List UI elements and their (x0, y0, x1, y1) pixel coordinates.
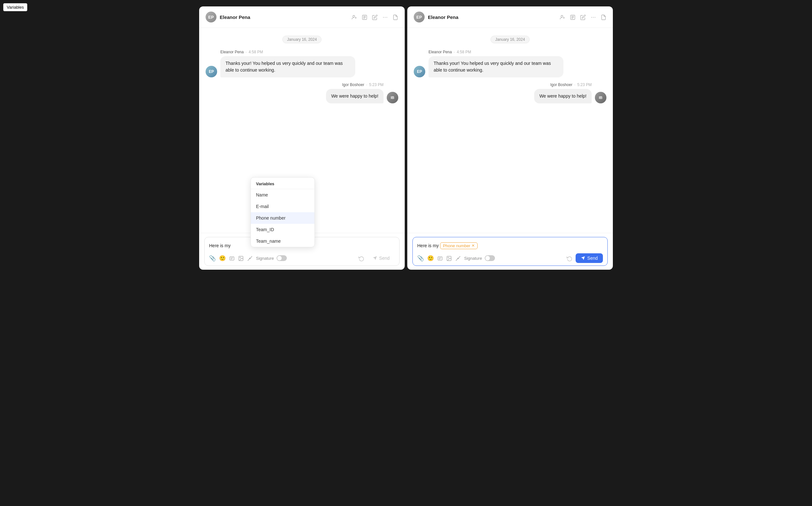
magic-icon[interactable] (247, 255, 253, 261)
composer-toolbar-right: 📎 🙂 (417, 253, 603, 263)
add-person-icon-right[interactable] (560, 14, 565, 20)
svg-point-14 (240, 257, 240, 258)
signature-area-right: Signature (464, 255, 495, 261)
composer-box-right[interactable]: Here is my Phone number ✕ 📎 🙂 (412, 237, 608, 266)
left-panel: EP Eleanor Pena (199, 6, 405, 270)
composer-toolbar-left: 📎 🙂 (209, 253, 395, 263)
variables-badge: Variables (3, 3, 27, 11)
message-group-incoming-right: Eleanor Pena · 4:58 PM EP Thanks your! Y… (414, 50, 606, 77)
outgoing-avatar-left: IB (387, 92, 398, 103)
composer-text-right: Here is my Phone number ✕ (417, 241, 603, 250)
edit-icon[interactable] (372, 14, 378, 20)
form-icon-right[interactable] (570, 14, 576, 20)
incoming-avatar-left: EP (206, 66, 217, 77)
date-divider-right: January 16, 2024 (414, 35, 606, 44)
file-icon[interactable] (393, 14, 398, 20)
contact-name-right: Eleanor Pena (428, 14, 556, 20)
send-button-left[interactable]: Send (368, 253, 395, 263)
header-icons-right (560, 14, 606, 20)
dropdown-item-name[interactable]: Name (251, 189, 314, 201)
attachment-icon[interactable]: 📎 (209, 255, 216, 262)
outgoing-avatar-right: IB (595, 92, 606, 103)
outgoing-bubble-left: We were happy to help! (326, 89, 384, 103)
list-icon[interactable] (229, 255, 235, 261)
media-icon-right[interactable] (446, 255, 452, 261)
messages-area-right: January 16, 2024 Eleanor Pena · 4:58 PM … (407, 28, 613, 233)
svg-marker-40 (581, 256, 585, 260)
svg-line-17 (248, 259, 249, 260)
svg-line-37 (459, 256, 460, 257)
svg-point-8 (385, 17, 386, 18)
remove-variable-tag[interactable]: ✕ (472, 243, 475, 248)
svg-marker-20 (373, 256, 377, 260)
incoming-meta-left: Eleanor Pena · 4:58 PM (206, 50, 398, 54)
svg-point-29 (593, 17, 593, 18)
signature-toggle-right[interactable] (485, 255, 495, 261)
message-group-incoming-left: Eleanor Pena · 4:58 PM EP Thanks your! Y… (206, 50, 398, 77)
dropdown-item-team-name[interactable]: Team_name (251, 235, 314, 247)
svg-point-0 (353, 15, 355, 17)
file-icon-right[interactable] (601, 14, 606, 20)
more-icon-right[interactable] (590, 14, 596, 20)
more-icon[interactable] (382, 14, 388, 20)
chat-header-right: EP Eleanor Pena (407, 6, 613, 28)
header-icons-left (351, 14, 398, 20)
svg-point-7 (383, 17, 384, 18)
composer-left: Here is my 📎 🙂 (199, 233, 405, 270)
signature-toggle-left[interactable] (276, 255, 287, 261)
incoming-meta-right: Eleanor Pena · 4:58 PM (414, 50, 606, 54)
svg-line-38 (456, 259, 457, 260)
outgoing-bubble-right: We were happy to help! (534, 89, 592, 103)
right-panel: EP Eleanor Pena (407, 6, 613, 270)
chat-header-left: EP Eleanor Pena (199, 6, 405, 28)
add-person-icon[interactable] (351, 14, 357, 20)
magic-icon-right[interactable] (455, 255, 461, 261)
message-row-outgoing-left: IB We were happy to help! (206, 89, 398, 103)
list-icon-right[interactable] (437, 255, 443, 261)
send-button-right[interactable]: Send (576, 253, 603, 263)
date-divider-left: January 16, 2024 (206, 35, 398, 44)
svg-line-16 (251, 256, 252, 257)
outgoing-meta-left: Igor Boshoer · 5:23 PM (206, 83, 398, 87)
contact-name-left: Eleanor Pena (220, 14, 348, 20)
variables-dropdown: Variables Name E-mail Phone number Team_… (251, 177, 315, 247)
svg-rect-10 (230, 257, 234, 260)
emoji-icon[interactable]: 🙂 (219, 255, 226, 262)
avatar-right: EP (414, 12, 425, 22)
svg-point-35 (448, 257, 449, 258)
svg-point-30 (594, 17, 595, 18)
media-icon[interactable] (238, 255, 244, 261)
svg-point-9 (386, 17, 387, 18)
message-row-incoming-right: EP Thanks your! You helped us very quick… (414, 56, 606, 77)
history-icon-left[interactable] (358, 255, 364, 261)
incoming-avatar-right: EP (414, 66, 425, 77)
dropdown-item-phone[interactable]: Phone number (251, 212, 314, 224)
dropdown-item-team-id[interactable]: Team_ID (251, 224, 314, 235)
variable-tag[interactable]: Phone number ✕ (440, 242, 478, 249)
dropdown-header: Variables (251, 178, 314, 189)
message-row-incoming-left: EP Thanks your! You helped us very quick… (206, 56, 398, 77)
history-icon-right[interactable] (567, 255, 572, 261)
svg-point-28 (591, 17, 592, 18)
svg-rect-31 (438, 257, 442, 260)
message-group-outgoing-left: Igor Boshoer · 5:23 PM IB We were happy … (206, 83, 398, 103)
avatar-left: EP (206, 12, 217, 22)
emoji-icon-right[interactable]: 🙂 (427, 255, 434, 262)
attachment-icon-right[interactable]: 📎 (417, 255, 424, 262)
message-row-outgoing-right: IB We were happy to help! (414, 89, 606, 103)
dropdown-item-email[interactable]: E-mail (251, 201, 314, 212)
incoming-bubble-left: Thanks your! You helped us very quickly … (220, 56, 355, 77)
message-group-outgoing-right: Igor Boshoer · 5:23 PM IB We were happy … (414, 83, 606, 103)
edit-icon-right[interactable] (580, 14, 586, 20)
composer-right: Here is my Phone number ✕ 📎 🙂 (407, 233, 613, 270)
outgoing-meta-right: Igor Boshoer · 5:23 PM (414, 83, 606, 87)
svg-point-21 (561, 15, 563, 17)
form-icon[interactable] (362, 14, 368, 20)
signature-area-left: Signature (256, 255, 287, 261)
incoming-bubble-right: Thanks your! You helped us very quickly … (428, 56, 563, 77)
